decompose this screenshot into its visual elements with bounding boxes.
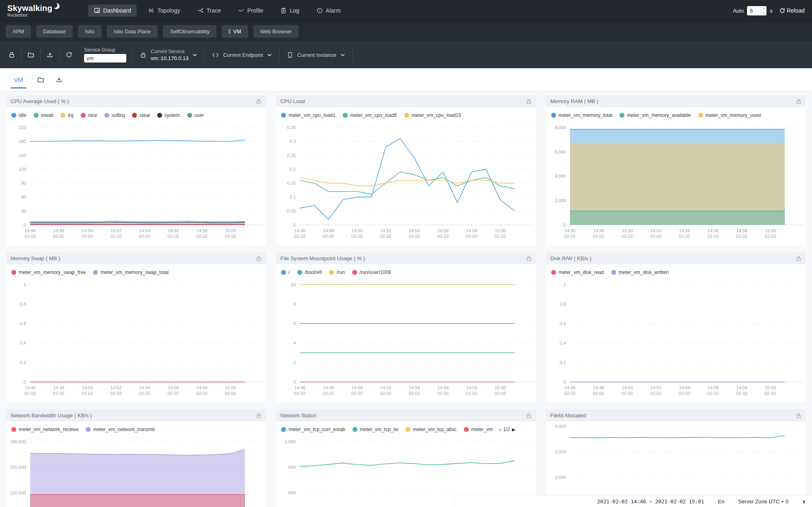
legend-item-steal[interactable]: steal xyxy=(132,112,149,118)
panel-lock-button[interactable] xyxy=(526,413,532,419)
svg-text:14:52: 14:52 xyxy=(110,385,122,390)
legend-item-meter-vm-memory-available[interactable]: meter_vm_memory_available xyxy=(619,112,691,118)
legend-item-meter-vm-tcp-tw[interactable]: meter_vm_tcp_tw xyxy=(353,427,398,432)
legend-item-meter-vm-cpu-load5[interactable]: meter_vm_cpu_load5 xyxy=(343,112,397,118)
legend-item-run-user-1008[interactable]: /run/user/1008 xyxy=(352,270,391,275)
current-endpoint-selector[interactable]: Current Endpoint xyxy=(205,52,279,58)
legend-next-button[interactable]: ▶ xyxy=(512,427,515,432)
legend-item-meter-vm-memory-used[interactable]: meter_vm_memory_used xyxy=(698,112,761,118)
workspace-tab-selfobservability[interactable]: SelfObservability xyxy=(163,25,217,38)
legend-item-run[interactable]: /run xyxy=(329,270,345,275)
lock-toolbar-button[interactable] xyxy=(2,51,21,58)
server-zone-stepper[interactable]: ▲▼ xyxy=(802,500,806,504)
svg-text:3,000: 3,000 xyxy=(554,449,566,454)
legend-item-irq[interactable]: irq xyxy=(61,112,73,118)
workspace-tab-web-browser[interactable]: Web Browser xyxy=(253,25,299,38)
legend-item-iowait[interactable]: iowait xyxy=(34,112,54,118)
workspace-tab-istio[interactable]: Istio xyxy=(78,25,102,38)
refresh-templates-button[interactable] xyxy=(60,51,78,58)
legend-item-meter-vm-disk-read[interactable]: meter_vm_disk_read xyxy=(551,270,604,275)
chart-legend: meter_vm_network_receivemeter_vm_network… xyxy=(6,421,266,437)
svg-text:02-02: 02-02 xyxy=(409,234,420,239)
chart-legend: meter_vm_cpu_load1meter_vm_cpu_load5mete… xyxy=(276,107,535,123)
nav-item-log[interactable]: Log xyxy=(275,4,305,17)
legend-item-meter-vm-memory-swap-free[interactable]: meter_vm_memory_swap_free xyxy=(11,270,86,275)
auto-interval-stepper[interactable]: ▲▼ xyxy=(760,6,767,15)
panel-lock-button[interactable] xyxy=(796,99,801,104)
legend-item-meter-vm[interactable]: meter_vm xyxy=(464,427,493,432)
svg-text:14:52: 14:52 xyxy=(650,228,662,233)
legend-item-softirq[interactable]: softirq xyxy=(104,112,125,118)
legend-item-meter-vm-cpu-load1[interactable]: meter_vm_cpu_load1 xyxy=(281,112,335,118)
panel-lock-button[interactable] xyxy=(796,256,801,261)
legend-item-meter-vm-memory-total[interactable]: meter_vm_memory_total xyxy=(551,112,613,118)
server-zone[interactable]: Server Zone UTC + 0 xyxy=(738,498,788,505)
language-switch[interactable]: En xyxy=(718,498,724,505)
svg-text:14:52: 14:52 xyxy=(380,385,392,390)
folder-icon xyxy=(37,76,45,84)
legend-prev-button[interactable]: ◀ xyxy=(498,427,501,432)
nav-item-profile[interactable]: Profile xyxy=(232,4,269,17)
workspace-tab-label: Istio xyxy=(85,28,95,35)
legend-label: iowait xyxy=(41,112,54,118)
panel-header: CPU Load xyxy=(276,95,535,107)
legend-item-boot-efi[interactable]: /boot/efi xyxy=(297,270,322,275)
workspace-tab-apm[interactable]: APM xyxy=(6,25,31,38)
legend-item-idle[interactable]: idle xyxy=(11,112,26,118)
svg-text:14:48: 14:48 xyxy=(323,228,334,233)
panel-lock-button[interactable] xyxy=(256,256,262,261)
svg-text:15:00: 15:00 xyxy=(765,385,776,390)
panel-lock-button[interactable] xyxy=(256,413,262,419)
legend-item-meter-vm-disk-written[interactable]: meter_vm_disk_written xyxy=(611,270,669,275)
folder-icon xyxy=(27,51,35,58)
legend-item-meter-vm-tcp-curr-estab[interactable]: meter_vm_tcp_curr_estab xyxy=(281,427,345,432)
svg-text:0.8: 0.8 xyxy=(560,302,566,306)
legend-item-meter-vm-tcp-alloc[interactable]: meter_vm_tcp_alloc xyxy=(405,427,456,432)
nav-item-topology[interactable]: Topology xyxy=(142,4,186,17)
panel-lock-button[interactable] xyxy=(526,99,532,104)
panel-network-bandwidth-usage-kb-s: Network Bandwidth Usage ( KB/s )meter_vm… xyxy=(6,410,266,507)
current-service-selector[interactable]: Current Service vm::10.170.0.13 xyxy=(132,49,204,61)
auto-unit: s xyxy=(770,8,773,14)
legend-item-meter-vm-network-transmit[interactable]: meter_vm_network_transmit xyxy=(86,427,154,432)
tab-folder-button[interactable] xyxy=(37,76,45,84)
legend-label: meter_vm_cpu_load1 xyxy=(288,112,335,118)
current-instance-selector[interactable]: Current Instance xyxy=(279,52,352,58)
workspace-tab-istio-data-plane[interactable]: Istio Data Plane xyxy=(107,25,158,38)
legend-item-meter-vm-network-receive[interactable]: meter_vm_network_receive xyxy=(11,427,78,432)
tab-export-button[interactable] xyxy=(55,76,63,84)
auto-interval-input[interactable]: 6 ▲▼ xyxy=(747,6,767,15)
legend-item-[interactable]: / xyxy=(281,270,290,275)
service-group-input[interactable] xyxy=(84,54,126,63)
panel-lock-button[interactable] xyxy=(796,413,801,419)
nav-item-trace[interactable]: Trace xyxy=(191,4,226,17)
svg-text:02-02: 02-02 xyxy=(225,391,236,396)
panel-cpu-load: CPU Loadmeter_vm_cpu_load1meter_vm_cpu_l… xyxy=(276,95,535,245)
legend-item-meter-vm-memory-swap-total[interactable]: meter_vm_memory_swap_total xyxy=(93,270,168,275)
legend-item-meter-vm-cpu-load15[interactable]: meter_vm_cpu_load15 xyxy=(404,112,461,118)
nav-item-dashboard[interactable]: Dashboard xyxy=(88,4,137,17)
workspace-tab-database[interactable]: Database xyxy=(36,25,73,38)
dashboard-icon xyxy=(94,7,100,14)
reload-button[interactable]: Reload xyxy=(779,7,805,14)
time-range-picker[interactable]: 2021-02-02 14:46 ~ 2021-02-02 15:01 xyxy=(597,498,704,505)
app-logo: Skywalking Rocketbot xyxy=(7,4,60,17)
svg-text:14:52: 14:52 xyxy=(380,228,392,233)
nav-right: Auto 6 ▲▼ s Reload xyxy=(733,6,805,15)
legend-item-nice[interactable]: nice xyxy=(81,112,97,118)
legend-item-system[interactable]: system xyxy=(157,112,180,118)
panel-lock-button[interactable] xyxy=(256,99,262,104)
export-template-button[interactable] xyxy=(41,51,59,58)
import-template-button[interactable] xyxy=(22,51,40,58)
svg-text:02-02: 02-02 xyxy=(24,234,36,239)
charts-grid: CPU Average Used ( % )idleiowaitirqnices… xyxy=(0,91,812,507)
svg-text:02-02: 02-02 xyxy=(139,391,150,396)
legend-label: meter_vm_cpu_load15 xyxy=(411,112,461,118)
panel-lock-button[interactable] xyxy=(526,256,532,261)
tab-vm[interactable]: VM xyxy=(11,68,26,91)
legend-item-user[interactable]: user xyxy=(187,112,204,118)
svg-text:800: 800 xyxy=(288,465,296,470)
chart-canvas: 00.20.40.60.8114:4602-0214:4802-0214:500… xyxy=(6,280,266,402)
workspace-tab-vm[interactable]: VM xyxy=(222,25,248,38)
nav-item-alarm[interactable]: Alarm xyxy=(311,4,346,17)
